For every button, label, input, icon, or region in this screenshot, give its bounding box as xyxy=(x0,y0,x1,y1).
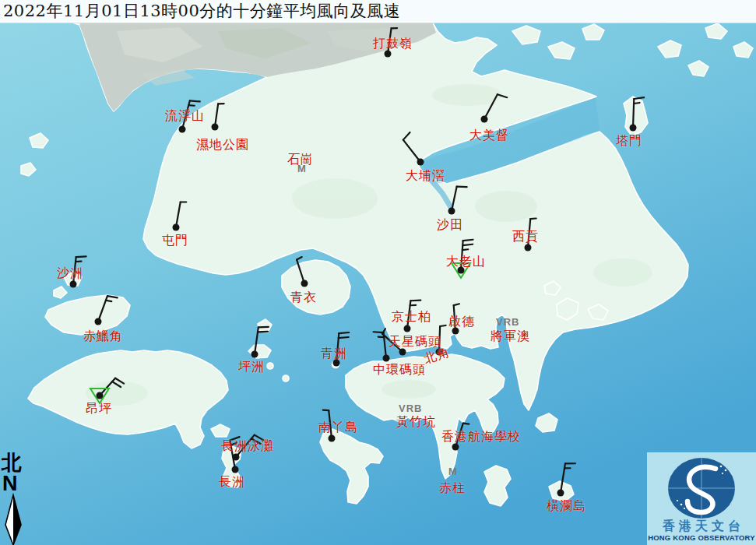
hko-logo[interactable]: 香港天文台 HONG KONG OBSERVATORY xyxy=(647,452,756,545)
station-dot-lau-fau-shan[interactable] xyxy=(179,126,186,133)
wind-barb-tap-mun[interactable] xyxy=(630,97,645,131)
station-label-star-ferry: 天星碼頭 xyxy=(389,335,441,349)
station-label-kings-park: 京士柏 xyxy=(392,310,431,324)
wind-barb-tuen-mun[interactable] xyxy=(173,202,187,231)
compass: 北 N xyxy=(2,452,28,494)
station-dot-tai-mei-tuk[interactable] xyxy=(481,116,488,123)
station-dot-wetland-park[interactable] xyxy=(212,124,219,131)
station-dot-central-pier[interactable] xyxy=(383,355,390,362)
station-marker-layer xyxy=(0,0,756,545)
station-label-sha-chau: 沙洲 xyxy=(57,266,83,280)
compass-north-hanzi: 北 xyxy=(2,452,28,473)
station-label-central-pier: 中環碼頭 xyxy=(373,363,426,377)
station-label-lau-fau-shan: 流浮山 xyxy=(165,109,205,123)
station-flag-wong-chuk-hang: VRB xyxy=(399,403,422,414)
station-label-hk-sea-school: 香港航海學校 xyxy=(441,430,521,444)
station-dot-tsing-yi[interactable] xyxy=(301,280,308,287)
station-label-sai-kung: 西貢 xyxy=(512,230,539,244)
station-dot-cheung-chau[interactable] xyxy=(232,466,239,473)
station-dot-kings-park[interactable] xyxy=(404,325,411,332)
station-label-ngong-ping: 昂坪 xyxy=(86,402,112,416)
wind-barb-peng-chau[interactable] xyxy=(251,327,269,358)
station-dot-sai-kung[interactable] xyxy=(525,244,532,251)
station-label-cheung-chau-beach: 長洲泳灘 xyxy=(221,439,274,453)
hko-logo-english: HONG KONG OBSERVATORY xyxy=(647,533,756,542)
compass-north-letter: N xyxy=(2,473,28,494)
north-arrow xyxy=(5,495,21,545)
wind-barb-tsing-yi[interactable] xyxy=(297,257,308,287)
station-dot-tap-mun[interactable] xyxy=(630,125,637,132)
wind-barb-central-pier[interactable] xyxy=(374,332,390,361)
station-dot-chek-lap-kok[interactable] xyxy=(95,318,102,325)
station-label-tap-mun: 塔門 xyxy=(616,134,642,148)
station-label-tsing-yi: 青衣 xyxy=(290,290,317,304)
station-dot-star-ferry[interactable] xyxy=(399,349,406,356)
map-title: 2022年11月01日13時00分的十分鐘平均風向及風速 xyxy=(3,1,400,21)
station-dot-ngong-ping[interactable] xyxy=(97,392,104,399)
wind-map-screen: 打鼓嶺流浮山濕地公園石崗M大美督塔門大埔滘沙田屯門西貢沙洲大老山青衣京士柏啟德將… xyxy=(0,0,756,545)
station-dot-ta-kwu-ling[interactable] xyxy=(385,51,392,58)
wind-barb-waglan-island[interactable] xyxy=(557,463,575,496)
station-label-tai-mei-tuk: 大美督 xyxy=(469,128,509,142)
station-dot-tai-po-kau[interactable] xyxy=(417,159,424,166)
station-dot-sha-tin[interactable] xyxy=(448,208,455,215)
station-dot-sha-chau[interactable] xyxy=(70,281,77,288)
station-label-tseung-kwan-o: 將軍澳 xyxy=(491,329,530,343)
station-label-waglan-island: 橫瀾島 xyxy=(547,499,586,513)
wind-barb-sha-tin[interactable] xyxy=(448,187,467,215)
station-dot-lamma-island[interactable] xyxy=(329,435,336,442)
station-label-stanley: 赤柱 xyxy=(439,481,466,495)
title-bar: 2022年11月01日13時00分的十分鐘平均風向及風速 xyxy=(0,0,756,23)
station-label-ta-kwu-ling: 打鼓嶺 xyxy=(373,37,413,51)
wind-barb-tai-mei-tuk[interactable] xyxy=(481,94,508,122)
station-dot-hk-sea-school[interactable] xyxy=(452,444,459,451)
wind-barb-chek-lap-kok[interactable] xyxy=(95,296,118,325)
wind-barb-tai-po-kau[interactable] xyxy=(403,132,424,166)
station-label-wetland-park: 濕地公園 xyxy=(196,138,249,152)
wind-barb-ngong-ping[interactable] xyxy=(90,378,124,403)
station-dot-peng-chau[interactable] xyxy=(251,351,258,358)
station-label-wong-chuk-hang: 黃竹坑 xyxy=(396,415,436,429)
wind-barb-wetland-park[interactable] xyxy=(212,104,224,130)
station-label-tuen-mun: 屯門 xyxy=(162,234,188,248)
station-flag-tseung-kwan-o: VRB xyxy=(496,317,519,328)
station-label-lamma-island: 南丫島 xyxy=(318,420,358,434)
station-label-tates-cairn: 大老山 xyxy=(446,255,486,269)
station-label-peng-chau: 坪洲 xyxy=(238,360,265,374)
station-label-sha-tin: 沙田 xyxy=(437,218,463,232)
station-label-green-island: 青洲 xyxy=(321,346,347,360)
station-flag-shek-kong: M xyxy=(297,164,307,174)
station-label-kai-tak: 啟德 xyxy=(448,315,475,329)
hko-logo-chinese: 香港天文台 xyxy=(647,519,756,533)
station-label-cheung-chau: 長洲 xyxy=(219,475,245,489)
station-dot-waglan-island[interactable] xyxy=(557,490,564,497)
station-label-tai-po-kau: 大埔滘 xyxy=(406,169,445,183)
station-dot-tuen-mun[interactable] xyxy=(173,224,180,231)
station-flag-stanley: M xyxy=(448,466,458,477)
station-label-chek-lap-kok: 赤鱲角 xyxy=(83,329,123,343)
